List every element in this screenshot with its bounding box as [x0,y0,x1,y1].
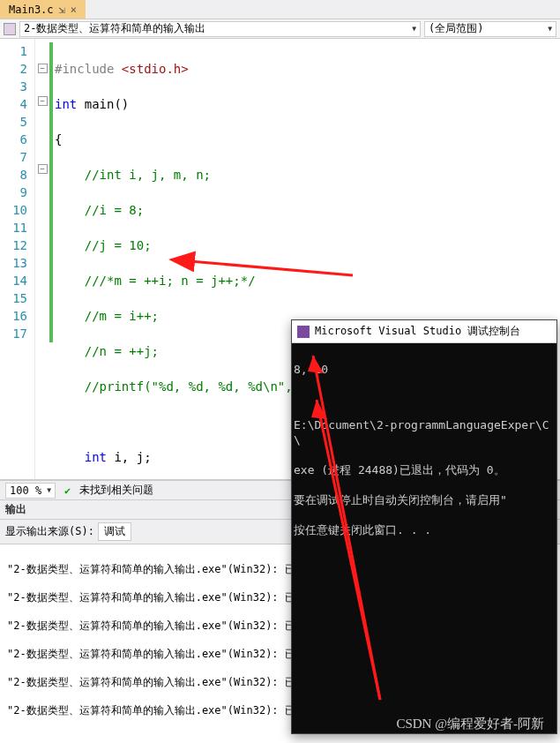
line-number: 10 [0,201,27,219]
comment: //n = ++j; [85,344,159,358]
include-path: <stdio.h> [114,62,188,76]
no-issues-label: 未找到相关问题 [79,483,153,498]
output-source-label: 显示输出来源(S): [5,524,94,539]
chevron-down-icon: ▼ [47,486,51,494]
fold-toggle[interactable]: − [38,96,48,106]
console-output: 8, 10 E:\Document\2-programmLanguageExpe… [292,343,556,571]
navigation-bar: 2-数据类型、运算符和简单的输入输出 ▼ (全局范围) ▼ [0,19,560,39]
tab-filename: Main3.c [9,4,54,16]
console-line: 按任意键关闭此窗口. . . [294,522,555,537]
line-number: 8 [0,166,27,184]
chevron-down-icon: ▼ [548,25,552,33]
line-number: 6 [0,131,27,148]
output-source-value: 调试 [104,525,125,537]
comment: //m = i++; [85,309,159,323]
zoom-level: 100 % [10,484,41,497]
line-number: 17 [0,325,27,342]
comment: //int i, j, m, n; [85,168,211,182]
fold-gutter: − − − [35,39,49,479]
line-number: 1 [0,42,27,60]
scope-selector[interactable]: (全局范围) ▼ [424,21,556,37]
debug-console-window[interactable]: Microsoft Visual Studio 调试控制台 8, 10 E:\D… [291,319,557,734]
module-icon [4,23,16,35]
module-selector[interactable]: 2-数据类型、运算符和简单的输入输出 ▼ [19,21,421,37]
comment: //i = 8; [85,203,144,217]
line-number: 15 [0,289,27,307]
file-tab[interactable]: Main3.c ⇲ × [0,0,86,19]
line-number: 16 [0,307,27,325]
console-line: 8, 10 [294,362,555,377]
line-number: 3 [0,78,27,95]
declaration: i, j; [107,450,152,464]
line-number: 14 [0,272,27,289]
preprocessor: #include [55,62,114,76]
brace: { [55,132,62,146]
console-title-text: Microsoft Visual Studio 调试控制台 [315,324,520,339]
chevron-down-icon: ▼ [412,25,416,33]
console-titlebar[interactable]: Microsoft Visual Studio 调试控制台 [292,320,556,343]
line-number: 4 [0,95,27,113]
change-indicator [49,42,53,342]
console-line: exe (进程 24488)已退出，代码为 0。 [294,462,555,477]
check-icon: ✔ [64,484,71,497]
fold-toggle[interactable]: − [38,64,48,73]
fold-toggle[interactable]: − [38,164,48,174]
comment: ///*m = ++i; n = j++;*/ [85,274,256,288]
line-number: 9 [0,184,27,201]
line-number: 2 [0,60,27,78]
console-line: E:\Document\2-programmLanguageExper\C\ [294,417,555,447]
module-name: 2-数据类型、运算符和简单的输入输出 [24,21,205,36]
line-number: 5 [0,113,27,131]
scope-name: (全局范围) [429,21,483,36]
keyword: int [55,97,77,111]
line-number: 11 [0,219,27,236]
pin-icon[interactable]: ⇲ [59,4,65,16]
line-number: 7 [0,148,27,166]
comment: //j = 10; [85,238,152,252]
keyword: int [85,450,107,464]
output-source-selector[interactable]: 调试 [98,522,131,541]
line-number: 13 [0,254,27,272]
line-number: 12 [0,236,27,254]
tab-bar: Main3.c ⇲ × [0,0,560,19]
zoom-selector[interactable]: 100 % ▼ [5,483,56,499]
close-icon[interactable]: × [71,4,77,16]
vs-icon [297,326,310,338]
line-gutter: 1 2 3 4 5 6 7 8 9 10 11 12 13 14 15 16 1… [0,39,35,479]
console-line: 要在调试停止时自动关闭控制台，请启用" [294,492,555,507]
main-signature: main() [77,97,129,111]
